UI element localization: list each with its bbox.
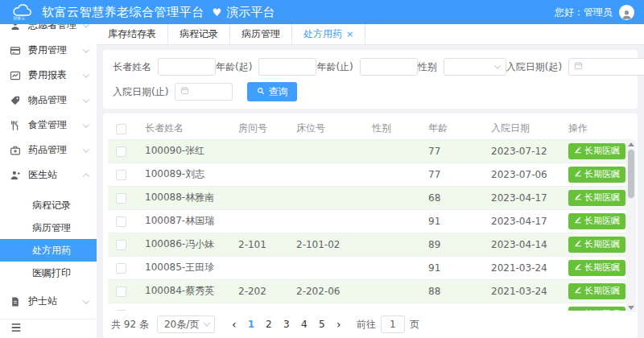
cell-age: 77 <box>420 163 483 186</box>
tab-close-icon[interactable]: × <box>346 30 353 39</box>
cell-name: 100090-张红 <box>137 139 230 163</box>
action-button-label: 长期医嘱 <box>584 145 620 157</box>
scrollbar-thumb[interactable] <box>628 150 634 198</box>
cell-bed <box>288 256 364 279</box>
row-checkbox[interactable] <box>116 286 126 297</box>
search-button[interactable]: 查询 <box>247 82 297 101</box>
long-term-order-button[interactable]: 长期医嘱 <box>568 167 625 183</box>
sidebar-subitem-medical-record[interactable]: 病历管理 <box>0 216 97 239</box>
tab-prescription[interactable]: 处方用药× <box>292 24 365 44</box>
tag-icon <box>10 95 21 106</box>
scroll-down-icon[interactable] <box>628 306 634 310</box>
total-count: 共 92 条 <box>111 318 149 332</box>
user-avatar[interactable] <box>619 5 634 20</box>
cell-sex <box>364 256 420 279</box>
tab-course-record[interactable]: 病程记录 <box>168 24 230 44</box>
select-all-checkbox[interactable] <box>116 124 126 134</box>
sex-select[interactable] <box>444 58 506 76</box>
sidebar-subitem-prescription[interactable]: 处方用药 <box>0 239 97 262</box>
search-field-label: 入院日期(止) <box>113 85 168 99</box>
page-number-1[interactable]: 1 <box>242 319 260 330</box>
heart-icon: ♥ <box>213 6 222 19</box>
cell-date: 2023-04-17 <box>483 209 560 233</box>
tab-medical-record[interactable]: 病历管理 <box>230 24 292 44</box>
search-field-label: 长者姓名 <box>113 60 151 74</box>
tab-inventory-balance[interactable]: 库存结存表 <box>97 24 168 44</box>
submenu-doctor-station: 病程记录病历管理处方用药医嘱打印 <box>0 188 97 289</box>
search-panel: 长者姓名年龄(起)年龄(止)性别入院日期(起) 入院日期(止)查询 <box>103 50 638 109</box>
elder-name-input[interactable] <box>158 58 216 76</box>
sidebar-item-canteen[interactable]: 食堂管理 <box>0 113 97 138</box>
tab-label: 病程记录 <box>180 27 218 41</box>
prev-page-button[interactable]: ‹ <box>226 318 242 331</box>
admit-date-to-input[interactable] <box>175 83 233 101</box>
admit-date-from-input[interactable] <box>568 58 644 76</box>
table-row: 100085-王田珍912021-03-24长期医嘱临时医嘱既往病史 <box>108 256 633 279</box>
page-number-4[interactable]: 4 <box>295 319 313 330</box>
edit-icon <box>574 239 582 249</box>
row-checkbox[interactable] <box>116 146 126 157</box>
goto-page-suffix: 页 <box>410 318 419 332</box>
long-term-order-button[interactable]: 长期医嘱 <box>568 283 625 299</box>
sidebar-subitem-order-print[interactable]: 医嘱打印 <box>0 262 97 284</box>
cell-actions: 长期医嘱临时医嘱既往病史 <box>560 233 633 256</box>
long-term-order-button[interactable]: 长期医嘱 <box>568 143 625 159</box>
page-number-3[interactable]: 3 <box>278 319 295 330</box>
search-field-elder-name: 长者姓名 <box>113 58 216 76</box>
sidebar-item-medicine[interactable]: 药品管理 <box>0 138 97 163</box>
table-scrollbar[interactable] <box>626 140 636 312</box>
row-checkbox[interactable] <box>116 240 126 250</box>
chevron-down-icon <box>83 46 89 52</box>
long-term-order-button[interactable]: 长期医嘱 <box>568 190 625 206</box>
edit-icon <box>574 262 582 273</box>
cell-room: 2-202 <box>230 279 288 303</box>
row-checkbox-cell <box>108 163 137 186</box>
age-from-input[interactable] <box>258 58 316 76</box>
cell-name: 100087-林国瑞 <box>137 209 230 233</box>
scroll-up-icon[interactable] <box>628 142 634 146</box>
sidebar-item-volunteer[interactable]: 志愿者管理 <box>0 24 97 38</box>
goto-label: 前往 <box>357 318 376 332</box>
row-checkbox[interactable] <box>116 170 126 180</box>
row-checkbox-cell <box>108 279 137 303</box>
sidebar: 志愿者管理费用管理费用报表物品管理食堂管理药品管理医生站病程记录病历管理处方用药… <box>0 24 97 338</box>
long-term-order-button[interactable]: 长期医嘱 <box>568 260 625 276</box>
row-checkbox[interactable] <box>116 310 126 311</box>
page-size-select[interactable]: 20条/页 <box>157 315 215 333</box>
cell-bed <box>288 186 364 209</box>
action-button-label: 长期医嘱 <box>584 285 620 297</box>
sidebar-item-fee[interactable]: 费用管理 <box>0 38 97 63</box>
page-number-2[interactable]: 2 <box>260 319 278 330</box>
age-to-input[interactable] <box>360 58 418 76</box>
collapse-sidebar-icon[interactable] <box>10 322 22 336</box>
sidebar-item-nurse-station[interactable]: 护士站 <box>0 289 97 314</box>
sidebar-item-label: 费用管理 <box>28 43 84 57</box>
row-checkbox[interactable] <box>116 193 126 204</box>
goto-page-input[interactable] <box>381 315 405 333</box>
long-term-order-button[interactable]: 长期医嘱 <box>568 237 625 253</box>
main-area: 库存结存表病程记录病历管理处方用药× 长者姓名年龄(起)年龄(止)性别入院日期(… <box>97 24 644 338</box>
search-icon <box>257 86 265 97</box>
platform-subtitle: 演示平台 <box>226 5 275 20</box>
page-number-5[interactable]: 5 <box>313 319 331 330</box>
row-checkbox-cell <box>108 303 137 311</box>
cell-room <box>230 209 288 233</box>
row-checkbox[interactable] <box>116 263 126 274</box>
sidebar-item-fee-report[interactable]: 费用报表 <box>0 63 97 88</box>
long-term-order-button[interactable]: 长期医嘱 <box>568 307 625 311</box>
table-row: 100090-张红772023-07-12长期医嘱临时医嘱既往病史 <box>108 139 633 163</box>
cell-room: 2-101 <box>230 233 288 256</box>
cell-actions: 长期医嘱临时医嘱既往病史 <box>560 279 633 303</box>
row-checkbox[interactable] <box>116 216 126 227</box>
long-term-order-button[interactable]: 长期医嘱 <box>568 213 625 229</box>
cell-room <box>230 186 288 209</box>
sidebar-subitem-course-record[interactable]: 病程记录 <box>0 194 97 216</box>
sidebar-item-doctor-station[interactable]: 医生站 <box>0 163 97 188</box>
page-size-value: 20条/页 <box>164 318 199 332</box>
cell-room <box>230 163 288 186</box>
chevron-down-icon <box>83 297 89 303</box>
sidebar-item-goods[interactable]: 物品管理 <box>0 88 97 113</box>
cell-bed <box>288 163 364 186</box>
next-page-button[interactable]: › <box>331 318 347 331</box>
cell-bed <box>288 139 364 163</box>
